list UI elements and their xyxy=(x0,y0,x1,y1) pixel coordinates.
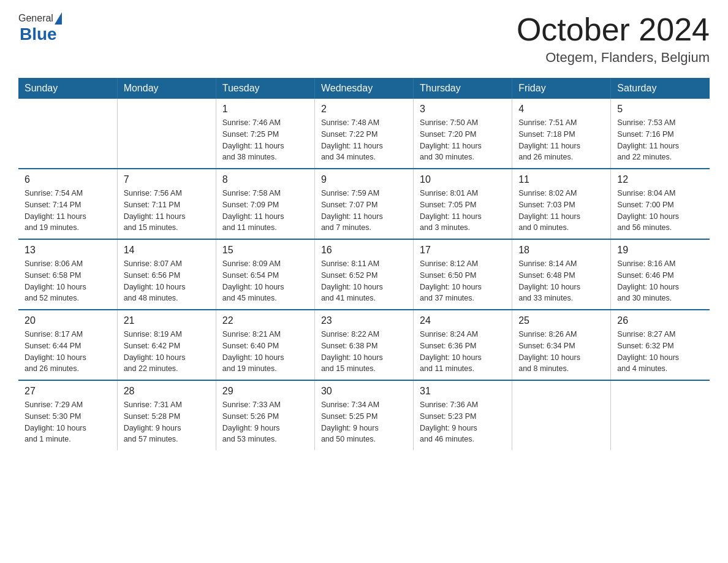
day-info: Sunrise: 7:59 AM Sunset: 7:07 PM Dayligh… xyxy=(321,188,407,234)
day-number: 5 xyxy=(617,104,703,115)
day-info: Sunrise: 7:33 AM Sunset: 5:26 PM Dayligh… xyxy=(222,399,308,445)
day-number: 21 xyxy=(124,315,210,326)
day-info: Sunrise: 7:56 AM Sunset: 7:11 PM Dayligh… xyxy=(124,188,210,234)
day-number: 23 xyxy=(321,315,407,326)
calendar-cell: 8Sunrise: 7:58 AM Sunset: 7:09 PM Daylig… xyxy=(216,169,314,239)
calendar-cell: 12Sunrise: 8:04 AM Sunset: 7:00 PM Dayli… xyxy=(611,169,710,239)
day-info: Sunrise: 8:09 AM Sunset: 6:54 PM Dayligh… xyxy=(222,258,308,304)
calendar-week-row: 27Sunrise: 7:29 AM Sunset: 5:30 PM Dayli… xyxy=(18,380,710,450)
day-info: Sunrise: 8:24 AM Sunset: 6:36 PM Dayligh… xyxy=(420,329,506,375)
calendar-cell: 14Sunrise: 8:07 AM Sunset: 6:56 PM Dayli… xyxy=(117,239,216,310)
calendar-header: SundayMondayTuesdayWednesdayThursdayFrid… xyxy=(18,78,710,99)
day-number: 4 xyxy=(518,104,604,115)
day-number: 8 xyxy=(222,174,308,185)
calendar-cell: 13Sunrise: 8:06 AM Sunset: 6:58 PM Dayli… xyxy=(18,239,117,310)
header-row: SundayMondayTuesdayWednesdayThursdayFrid… xyxy=(18,78,710,99)
day-number: 7 xyxy=(124,174,210,185)
day-number: 10 xyxy=(420,174,506,185)
location: Otegem, Flanders, Belgium xyxy=(517,50,710,66)
day-info: Sunrise: 8:11 AM Sunset: 6:52 PM Dayligh… xyxy=(321,258,407,304)
calendar-cell xyxy=(512,380,611,450)
day-number: 19 xyxy=(617,245,703,256)
day-info: Sunrise: 7:58 AM Sunset: 7:09 PM Dayligh… xyxy=(222,188,308,234)
day-number: 11 xyxy=(518,174,604,185)
calendar-cell: 30Sunrise: 7:34 AM Sunset: 5:25 PM Dayli… xyxy=(314,380,413,450)
calendar-cell: 1Sunrise: 7:46 AM Sunset: 7:25 PM Daylig… xyxy=(216,99,314,169)
day-info: Sunrise: 8:17 AM Sunset: 6:44 PM Dayligh… xyxy=(25,329,111,375)
day-number: 24 xyxy=(420,315,506,326)
calendar-cell: 3Sunrise: 7:50 AM Sunset: 7:20 PM Daylig… xyxy=(414,99,512,169)
day-number: 25 xyxy=(518,315,604,326)
day-of-week-header: Tuesday xyxy=(216,78,314,99)
day-number: 26 xyxy=(617,315,703,326)
day-info: Sunrise: 7:53 AM Sunset: 7:16 PM Dayligh… xyxy=(617,117,703,163)
calendar-cell: 29Sunrise: 7:33 AM Sunset: 5:26 PM Dayli… xyxy=(216,380,314,450)
day-number: 1 xyxy=(222,104,308,115)
day-number: 22 xyxy=(222,315,308,326)
day-info: Sunrise: 8:21 AM Sunset: 6:40 PM Dayligh… xyxy=(222,329,308,375)
calendar-table: SundayMondayTuesdayWednesdayThursdayFrid… xyxy=(18,78,710,450)
day-info: Sunrise: 7:36 AM Sunset: 5:23 PM Dayligh… xyxy=(420,399,506,445)
calendar-cell: 18Sunrise: 8:14 AM Sunset: 6:48 PM Dayli… xyxy=(512,239,611,310)
day-info: Sunrise: 8:02 AM Sunset: 7:03 PM Dayligh… xyxy=(518,188,604,234)
day-number: 28 xyxy=(124,386,210,397)
calendar-cell: 22Sunrise: 8:21 AM Sunset: 6:40 PM Dayli… xyxy=(216,310,314,380)
day-info: Sunrise: 8:22 AM Sunset: 6:38 PM Dayligh… xyxy=(321,329,407,375)
calendar-cell: 23Sunrise: 8:22 AM Sunset: 6:38 PM Dayli… xyxy=(314,310,413,380)
day-info: Sunrise: 8:14 AM Sunset: 6:48 PM Dayligh… xyxy=(518,258,604,304)
calendar-cell: 25Sunrise: 8:26 AM Sunset: 6:34 PM Dayli… xyxy=(512,310,611,380)
logo-general-text: General xyxy=(18,13,53,24)
calendar-week-row: 1Sunrise: 7:46 AM Sunset: 7:25 PM Daylig… xyxy=(18,99,710,169)
day-info: Sunrise: 8:07 AM Sunset: 6:56 PM Dayligh… xyxy=(124,258,210,304)
calendar-cell: 7Sunrise: 7:56 AM Sunset: 7:11 PM Daylig… xyxy=(117,169,216,239)
page-header: General Blue October 2024 Otegem, Flande… xyxy=(18,12,710,66)
calendar-cell: 17Sunrise: 8:12 AM Sunset: 6:50 PM Dayli… xyxy=(414,239,512,310)
day-number: 3 xyxy=(420,104,506,115)
calendar-cell: 11Sunrise: 8:02 AM Sunset: 7:03 PM Dayli… xyxy=(512,169,611,239)
calendar-cell: 9Sunrise: 7:59 AM Sunset: 7:07 PM Daylig… xyxy=(314,169,413,239)
day-info: Sunrise: 8:06 AM Sunset: 6:58 PM Dayligh… xyxy=(25,258,111,304)
calendar-cell: 27Sunrise: 7:29 AM Sunset: 5:30 PM Dayli… xyxy=(18,380,117,450)
day-number: 20 xyxy=(25,315,111,326)
day-number: 15 xyxy=(222,245,308,256)
day-number: 2 xyxy=(321,104,407,115)
calendar-cell: 21Sunrise: 8:19 AM Sunset: 6:42 PM Dayli… xyxy=(117,310,216,380)
calendar-cell: 10Sunrise: 8:01 AM Sunset: 7:05 PM Dayli… xyxy=(414,169,512,239)
day-number: 31 xyxy=(420,386,506,397)
day-info: Sunrise: 8:12 AM Sunset: 6:50 PM Dayligh… xyxy=(420,258,506,304)
calendar-cell: 24Sunrise: 8:24 AM Sunset: 6:36 PM Dayli… xyxy=(414,310,512,380)
day-info: Sunrise: 7:31 AM Sunset: 5:28 PM Dayligh… xyxy=(124,399,210,445)
day-info: Sunrise: 7:29 AM Sunset: 5:30 PM Dayligh… xyxy=(25,399,111,445)
calendar-week-row: 20Sunrise: 8:17 AM Sunset: 6:44 PM Dayli… xyxy=(18,310,710,380)
day-info: Sunrise: 7:34 AM Sunset: 5:25 PM Dayligh… xyxy=(321,399,407,445)
day-info: Sunrise: 8:26 AM Sunset: 6:34 PM Dayligh… xyxy=(518,329,604,375)
calendar-cell: 20Sunrise: 8:17 AM Sunset: 6:44 PM Dayli… xyxy=(18,310,117,380)
logo: General Blue xyxy=(18,12,62,44)
day-info: Sunrise: 8:16 AM Sunset: 6:46 PM Dayligh… xyxy=(617,258,703,304)
day-of-week-header: Saturday xyxy=(611,78,710,99)
calendar-cell: 26Sunrise: 8:27 AM Sunset: 6:32 PM Dayli… xyxy=(611,310,710,380)
calendar-cell: 4Sunrise: 7:51 AM Sunset: 7:18 PM Daylig… xyxy=(512,99,611,169)
day-info: Sunrise: 8:27 AM Sunset: 6:32 PM Dayligh… xyxy=(617,329,703,375)
day-info: Sunrise: 8:01 AM Sunset: 7:05 PM Dayligh… xyxy=(420,188,506,234)
calendar-cell xyxy=(117,99,216,169)
calendar-cell: 15Sunrise: 8:09 AM Sunset: 6:54 PM Dayli… xyxy=(216,239,314,310)
logo-triangle-icon xyxy=(55,12,62,25)
calendar-cell: 5Sunrise: 7:53 AM Sunset: 7:16 PM Daylig… xyxy=(611,99,710,169)
calendar-cell: 2Sunrise: 7:48 AM Sunset: 7:22 PM Daylig… xyxy=(314,99,413,169)
day-number: 27 xyxy=(25,386,111,397)
day-of-week-header: Sunday xyxy=(18,78,117,99)
day-number: 9 xyxy=(321,174,407,185)
calendar-cell: 16Sunrise: 8:11 AM Sunset: 6:52 PM Dayli… xyxy=(314,239,413,310)
day-number: 16 xyxy=(321,245,407,256)
day-info: Sunrise: 7:50 AM Sunset: 7:20 PM Dayligh… xyxy=(420,117,506,163)
day-info: Sunrise: 8:04 AM Sunset: 7:00 PM Dayligh… xyxy=(617,188,703,234)
day-info: Sunrise: 7:48 AM Sunset: 7:22 PM Dayligh… xyxy=(321,117,407,163)
calendar-body: 1Sunrise: 7:46 AM Sunset: 7:25 PM Daylig… xyxy=(18,99,710,450)
day-info: Sunrise: 7:46 AM Sunset: 7:25 PM Dayligh… xyxy=(222,117,308,163)
calendar-cell xyxy=(18,99,117,169)
logo-blue-text: Blue xyxy=(18,25,57,44)
day-of-week-header: Friday xyxy=(512,78,611,99)
day-number: 13 xyxy=(25,245,111,256)
calendar-cell: 31Sunrise: 7:36 AM Sunset: 5:23 PM Dayli… xyxy=(414,380,512,450)
